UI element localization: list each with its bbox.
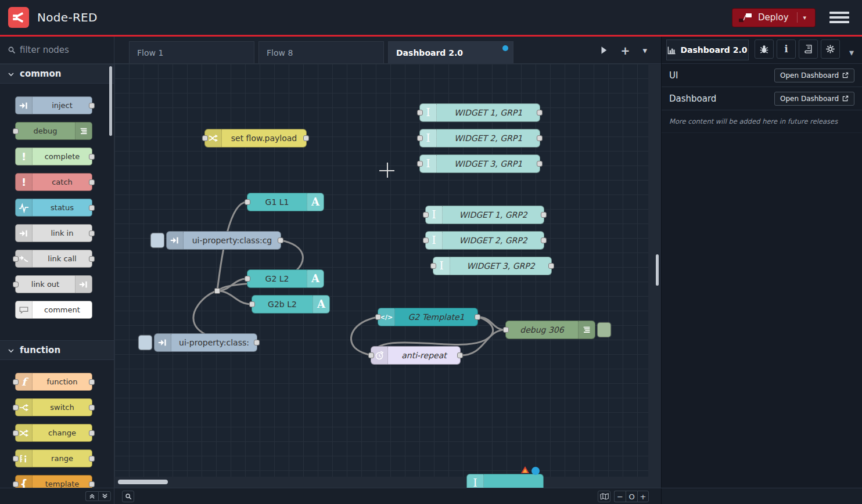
input-port[interactable]	[13, 430, 19, 436]
canvas-horizontal-scrollbar[interactable]	[118, 480, 168, 484]
output-port[interactable]	[457, 352, 463, 358]
flow-node[interactable]: anti-repeat	[371, 346, 461, 365]
output-port[interactable]	[475, 314, 480, 320]
output-port[interactable]	[89, 430, 95, 436]
output-port[interactable]	[537, 110, 543, 116]
palette-category-common[interactable]: common	[0, 64, 114, 84]
output-port[interactable]	[89, 231, 95, 236]
input-port[interactable]	[417, 110, 423, 116]
output-port[interactable]	[89, 154, 95, 160]
input-port[interactable]	[13, 282, 19, 287]
add-flow-button[interactable]: +	[621, 44, 630, 57]
palette-category-function[interactable]: function	[0, 340, 114, 360]
flow-node[interactable]: IWIDGET 3, GRP2	[433, 257, 552, 275]
output-port[interactable]	[537, 161, 543, 167]
flow-node[interactable]: </>G2 Template1	[378, 308, 478, 326]
flow-node[interactable]: IWIDGET 1, GRP2	[425, 206, 544, 224]
flow-node[interactable]: IWIDGET 3, GRP1	[419, 154, 540, 173]
deploy-caret-icon[interactable]: ▾	[797, 12, 807, 23]
output-port[interactable]	[89, 103, 95, 109]
palette-node-switch[interactable]: switch	[15, 398, 92, 416]
minimap-button[interactable]	[598, 491, 610, 502]
zoom-in-button[interactable]: +	[637, 491, 649, 502]
flow-node[interactable]: I	[466, 474, 544, 488]
palette-collapse-all-button[interactable]	[85, 491, 98, 501]
debug-toggle-button[interactable]	[597, 322, 611, 337]
input-port[interactable]	[423, 237, 429, 243]
palette-node-range[interactable]: range	[15, 449, 92, 467]
palette-expand-all-button[interactable]	[98, 491, 111, 501]
input-port[interactable]	[13, 456, 19, 462]
sidebar-tab-dashboard[interactable]: Dashboard 2.0	[666, 39, 749, 60]
output-port[interactable]	[89, 379, 95, 385]
input-port[interactable]	[245, 199, 250, 205]
sidebar-tool-book-button[interactable]	[799, 39, 818, 59]
flow-node[interactable]: IWIDGET 1, GRP1	[419, 103, 540, 122]
flow-node[interactable]: ui-property:class:cg	[166, 231, 281, 250]
flow-node[interactable]: IWIDGET 2, GRP1	[419, 129, 540, 147]
palette-node-status[interactable]: status	[15, 199, 92, 217]
input-port[interactable]	[245, 276, 250, 282]
output-port[interactable]	[541, 237, 547, 243]
output-port[interactable]	[89, 205, 95, 211]
output-port[interactable]	[548, 263, 554, 269]
deploy-button[interactable]: Deploy ▾	[732, 8, 816, 27]
flow-node[interactable]: G1 L1A	[247, 193, 324, 211]
open-dashboard-button[interactable]: Open Dashboard	[774, 92, 854, 106]
output-port[interactable]	[537, 135, 543, 141]
inject-button[interactable]	[138, 335, 152, 350]
output-port[interactable]	[89, 456, 95, 462]
flow-node[interactable]: ui-property:class:	[154, 333, 257, 352]
output-port[interactable]	[89, 179, 95, 185]
flow-tab-Flow-1[interactable]: Flow 1	[129, 41, 254, 63]
palette-node-catch[interactable]: !catch	[15, 173, 92, 191]
flow-tab-Flow-8[interactable]: Flow 8	[258, 41, 384, 63]
input-port[interactable]	[13, 128, 19, 134]
palette-node-debug[interactable]: debug	[15, 122, 92, 140]
output-port[interactable]	[254, 340, 260, 345]
zoom-out-button[interactable]: −	[614, 491, 626, 502]
output-port[interactable]	[89, 481, 95, 487]
output-port[interactable]	[303, 135, 309, 141]
sidebar-tool-bug-button[interactable]	[755, 39, 774, 59]
canvas-vertical-scrollbar[interactable]	[656, 254, 659, 286]
palette-node-function[interactable]: ffunction	[15, 373, 92, 391]
flow-canvas[interactable]: set flow.payloadIWIDGET 1, GRP1IWIDGET 2…	[114, 64, 661, 488]
palette-node-change[interactable]: change	[15, 424, 92, 442]
output-port[interactable]	[89, 256, 95, 262]
zoom-reset-button[interactable]: O	[626, 491, 637, 502]
inject-button[interactable]	[150, 233, 164, 248]
input-port[interactable]	[503, 327, 509, 333]
input-port[interactable]	[13, 379, 19, 385]
palette-node-link-call[interactable]: link call	[15, 250, 92, 268]
input-port[interactable]	[417, 135, 423, 141]
output-port[interactable]	[541, 212, 547, 218]
flow-node[interactable]: debug 306	[505, 321, 595, 339]
palette-node-template[interactable]: {template	[15, 475, 92, 488]
sidebar-caret-icon[interactable]: ▾	[849, 47, 854, 58]
palette-node-complete[interactable]: !complete	[15, 147, 92, 165]
input-port[interactable]	[417, 161, 423, 167]
canvas-search-button[interactable]	[122, 491, 134, 502]
input-port[interactable]	[423, 212, 429, 218]
tab-search-icon[interactable]	[601, 46, 608, 55]
input-port[interactable]	[430, 263, 436, 269]
palette-node-comment[interactable]: comment	[15, 301, 92, 319]
input-port[interactable]	[13, 481, 19, 487]
flow-node[interactable]: set flow.payload	[204, 129, 307, 147]
open-dashboard-button[interactable]: Open Dashboard	[774, 69, 854, 82]
palette-node-link-in[interactable]: link in	[15, 224, 92, 242]
wire-junction[interactable]	[214, 288, 220, 294]
palette-node-link-out[interactable]: link out	[15, 275, 92, 293]
palette-scrollbar[interactable]	[109, 66, 112, 136]
output-port[interactable]	[278, 237, 283, 243]
input-port[interactable]	[13, 256, 19, 262]
flow-node[interactable]: G2 L2A	[247, 269, 324, 288]
sidebar-tool-gear-button[interactable]	[821, 39, 840, 59]
palette-search[interactable]	[0, 37, 114, 64]
flow-list-caret-icon[interactable]: ▾	[642, 45, 647, 56]
input-port[interactable]	[368, 352, 374, 358]
input-port[interactable]	[202, 135, 208, 141]
flow-node[interactable]: G2b L2A	[252, 295, 330, 314]
input-port[interactable]	[375, 314, 381, 320]
